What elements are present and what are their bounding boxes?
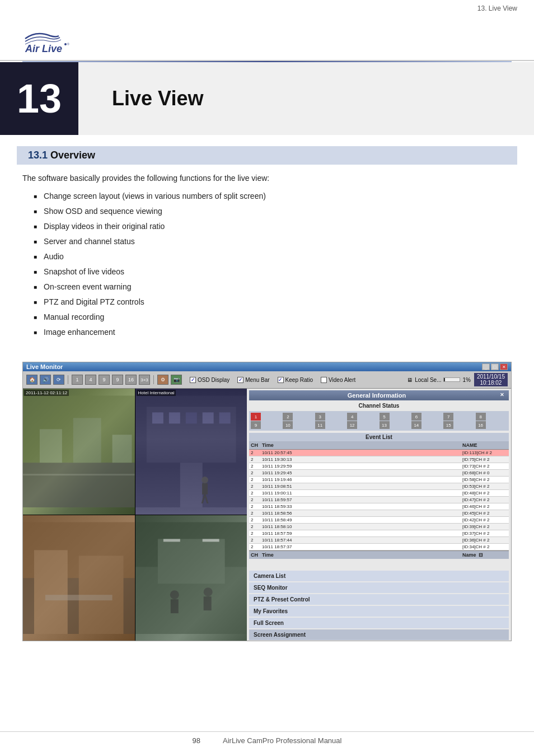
ch-9[interactable]: 9 — [251, 421, 261, 429]
alert-option[interactable]: Video Alert — [321, 377, 355, 383]
camera-cell-2: Hotel International — [135, 389, 247, 515]
list-item: Image enhancement — [34, 326, 512, 338]
event-row: 210/11 18:59:33[ID:46]CH # 2 — [249, 503, 509, 510]
event-row: 210/11 18:57:44[ID:36]CH # 2 — [249, 537, 509, 544]
camera-cell-4 — [135, 515, 247, 641]
monitor-titlebar: Live Monitor _ □ ✕ — [23, 362, 511, 371]
svg-rect-23 — [34, 550, 68, 634]
ch-3[interactable]: 3 — [315, 413, 325, 421]
datetime-display: 2011/10/15 10:18:02 — [474, 373, 508, 386]
svg-rect-32 — [170, 599, 178, 613]
cam2-label: Hotel International — [137, 390, 176, 396]
keep-option[interactable]: Keep Ratio — [278, 377, 313, 383]
ch-2[interactable]: 2 — [283, 413, 293, 421]
chapter-number: 13 — [0, 62, 78, 135]
toolbar-icon-4[interactable]: 1 — [72, 375, 83, 385]
monitor-body: 2011-11-12 02:11:12 Hotel International — [23, 389, 511, 641]
svg-point-33 — [203, 587, 212, 596]
svg-rect-13 — [185, 412, 196, 423]
toolbar-icon-8[interactable]: 16 — [125, 375, 137, 385]
toolbar-icon-3[interactable]: ⟳ — [53, 375, 64, 385]
chapter-header: 13 Live View — [0, 62, 534, 135]
keep-checkbox[interactable] — [278, 377, 284, 383]
ch-6[interactable]: 6 — [411, 413, 421, 421]
list-item: Snapshot of live videos — [34, 266, 512, 278]
toolbar-icon-6[interactable]: 9 — [99, 375, 110, 385]
svg-rect-34 — [203, 596, 211, 610]
event-row: 210/11 20:57:45[ID:113]CH # 2 — [249, 450, 509, 456]
progress-fill — [444, 378, 445, 381]
ch-15[interactable]: 15 — [443, 421, 453, 429]
seq-monitor-item[interactable]: SEQ Monitor — [249, 582, 509, 593]
minimize-button[interactable]: _ — [482, 363, 490, 370]
close-panel-icon[interactable]: ✕ — [500, 392, 504, 398]
osd-checkbox[interactable] — [190, 377, 196, 383]
ch-5[interactable]: 5 — [380, 413, 390, 421]
toolbar-sep-2 — [153, 375, 154, 384]
ch-11[interactable]: 11 — [315, 421, 325, 429]
close-button[interactable]: ✕ — [500, 363, 508, 370]
restore-button[interactable]: □ — [491, 363, 499, 370]
channel-grid-row1: 1 2 3 4 5 6 7 8 — [251, 413, 507, 421]
ch-16[interactable]: 16 — [476, 421, 486, 429]
ch-4[interactable]: 4 — [347, 413, 357, 421]
monitor-toolbar: 🏠 🔊 ⟳ 1 4 9 9 16 3×3 ⚙ 📷 OSD Display Men… — [23, 371, 511, 389]
footer-text: AirLive CamPro Professional Manual — [223, 736, 341, 745]
camera-cell-1: 2011-11-12 02:11:12 — [23, 389, 135, 515]
channel-status-grid: 1 2 3 4 5 6 7 8 9 10 11 12 13 14 15 — [249, 411, 509, 431]
event-row: 210/11 18:58:49[ID:42]CH # 2 — [249, 517, 509, 524]
toolbar-icon-2[interactable]: 🔊 — [40, 375, 51, 385]
event-row: 210/11 19:29:45[ID:68]CH # 0 — [249, 470, 509, 477]
page-footer: 98 AirLive CamPro Professional Manual — [0, 731, 534, 745]
toolbar-icon-11[interactable]: 📷 — [171, 375, 182, 385]
toolbar-icon-9[interactable]: 3×3 — [139, 375, 150, 385]
ptz-control-item[interactable]: PTZ & Preset Control — [249, 594, 509, 605]
cam1-label: 2011-11-12 02:11:12 — [24, 390, 69, 396]
toolbar-icon-7[interactable]: 9 — [112, 375, 123, 385]
svg-text:Air Live: Air Live — [25, 43, 62, 53]
alert-checkbox[interactable] — [321, 377, 327, 383]
svg-rect-12 — [168, 412, 180, 423]
progress-bar — [443, 377, 460, 382]
screen-assignment-item[interactable]: Screen Assignment — [249, 629, 509, 640]
event-row: 210/11 19:19:46[ID:58]CH # 2 — [249, 477, 509, 483]
svg-text:®: ® — [67, 43, 69, 46]
menu-option[interactable]: Menu Bar — [237, 377, 269, 383]
svg-rect-11 — [152, 412, 163, 423]
local-info: 🖥 Local Se... 1% — [407, 377, 471, 383]
toolbar-icon-10[interactable]: ⚙ — [157, 375, 168, 385]
video-grid: 2011-11-12 02:11:12 Hotel International — [23, 389, 247, 641]
toolbar-icon-1[interactable]: 🏠 — [26, 375, 38, 385]
camera-cell-3 — [23, 515, 135, 641]
camera-list-item[interactable]: Camera List — [249, 571, 509, 581]
ch-10[interactable]: 10 — [283, 421, 293, 429]
svg-point-17 — [202, 477, 208, 483]
event-scroll-icon[interactable]: ⊟ — [479, 552, 483, 558]
ch-1[interactable]: 1 — [251, 413, 261, 421]
list-item: Change screen layout (views in various n… — [34, 190, 512, 202]
my-favorites-item[interactable]: My Favorites — [249, 606, 509, 617]
ch-12[interactable]: 12 — [347, 421, 357, 429]
event-bottom-bar: CH Time Name ⊟ — [249, 550, 509, 559]
ch-13[interactable]: 13 — [380, 421, 390, 429]
osd-option[interactable]: OSD Display — [190, 377, 229, 383]
event-row: 210/11 18:58:56[ID:45]CH # 2 — [249, 510, 509, 517]
toolbar-icon-5[interactable]: 4 — [85, 375, 96, 385]
svg-rect-30 — [202, 539, 219, 542]
ch-14[interactable]: 14 — [411, 421, 421, 429]
event-list-area: Event List CH Time NAME 210/11 20:57:45[… — [249, 433, 509, 569]
toolbar-sep-1 — [68, 375, 68, 384]
ch-7[interactable]: 7 — [443, 413, 453, 421]
full-screen-item[interactable]: Full Screen — [249, 618, 509, 628]
page-number: 98 — [193, 736, 200, 745]
event-list-header: CH Time NAME — [249, 441, 509, 450]
svg-rect-7 — [113, 435, 132, 463]
svg-point-1 — [64, 43, 67, 45]
titlebar-controls[interactable]: _ □ ✕ — [482, 363, 508, 370]
svg-point-31 — [170, 590, 179, 599]
svg-rect-28 — [157, 539, 224, 584]
menu-checkbox[interactable] — [237, 377, 243, 383]
svg-line-20 — [205, 494, 208, 503]
toolbar-options: OSD Display Menu Bar Keep Ratio Video Al… — [190, 377, 355, 383]
ch-8[interactable]: 8 — [476, 413, 486, 421]
